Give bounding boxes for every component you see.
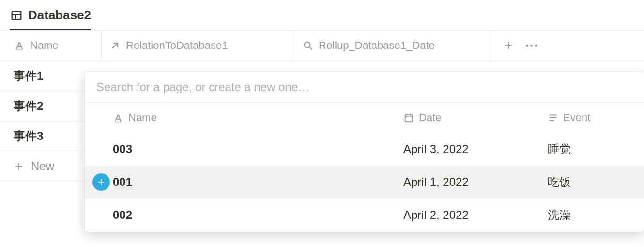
popup-col-date[interactable]: Date [403, 111, 548, 124]
column-rollup-label: Rollup_Database1_Date [319, 39, 435, 52]
title-property-icon [14, 40, 25, 51]
relation-icon [109, 40, 121, 51]
new-row-label: New [31, 159, 54, 173]
relation-option[interactable]: 003 April 3, 2022 睡觉 [85, 133, 644, 166]
row-title: 事件3 [14, 128, 43, 144]
more-columns-icon[interactable] [526, 45, 537, 47]
row-lead [90, 173, 113, 191]
rollup-icon [302, 40, 314, 51]
text-icon [548, 112, 558, 123]
svg-rect-3 [115, 122, 122, 122]
column-rollup[interactable]: Rollup_Database1_Date [294, 31, 491, 61]
table-icon [10, 9, 23, 22]
option-date: April 1, 2022 [403, 175, 548, 189]
search-bar [85, 72, 644, 103]
option-name: 001 [113, 175, 132, 189]
option-event: 睡觉 [548, 141, 644, 157]
add-relation-icon[interactable] [92, 173, 110, 191]
popup-col-event[interactable]: Event [548, 111, 644, 124]
title-property-icon [113, 112, 123, 123]
svg-line-2 [309, 47, 312, 49]
option-date: April 2, 2022 [403, 208, 548, 222]
row-title: 事件2 [14, 98, 43, 114]
column-name-label: Name [30, 39, 59, 52]
column-relation-label: RelationToDatabase1 [126, 39, 228, 52]
option-event: 吃饭 [548, 174, 644, 190]
popup-columns: Name Date Event [85, 103, 644, 133]
row-title: 事件1 [14, 68, 43, 84]
relation-option[interactable]: 002 April 2, 2022 洗澡 [85, 199, 644, 232]
svg-rect-0 [16, 50, 23, 51]
add-column-icon[interactable] [503, 40, 514, 51]
option-event: 洗澡 [548, 207, 644, 223]
plus-icon [14, 161, 24, 171]
view-tab-database2[interactable]: Database2 [10, 8, 91, 30]
svg-rect-4 [405, 115, 413, 122]
relation-picker-popup: Name Date Event 003 April 3, 2022 睡觉 [85, 72, 644, 232]
date-icon [403, 112, 414, 123]
option-date: April 3, 2022 [403, 142, 548, 156]
option-name: 002 [113, 208, 132, 222]
relation-option[interactable]: 001 April 1, 2022 吃饭 [85, 166, 644, 199]
option-name: 003 [113, 142, 132, 156]
column-headers: Name RelationToDatabase1 Rollup_Database… [0, 30, 644, 61]
search-input[interactable] [96, 80, 632, 94]
view-tab-label: Database2 [28, 8, 91, 23]
column-name[interactable]: Name [0, 31, 102, 61]
popup-col-name[interactable]: Name [113, 111, 403, 124]
column-relation[interactable]: RelationToDatabase1 [102, 31, 294, 61]
